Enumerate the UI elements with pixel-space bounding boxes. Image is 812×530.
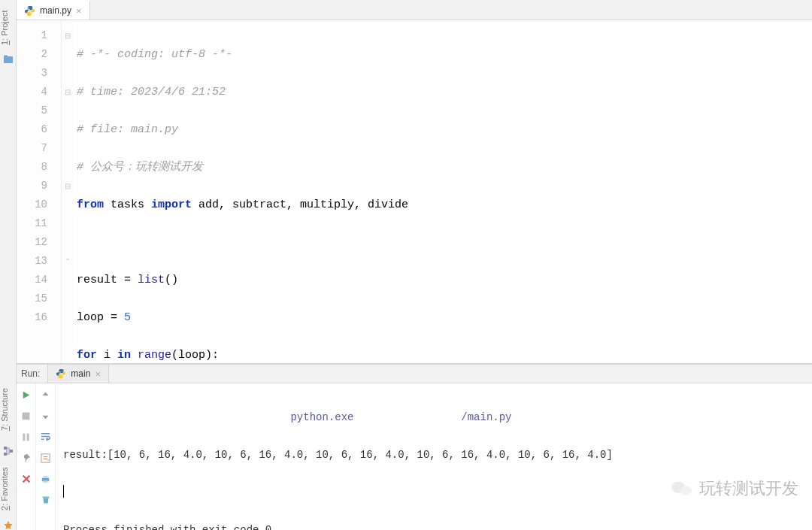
svg-rect-6 bbox=[23, 433, 25, 441]
close-red-icon[interactable] bbox=[20, 472, 33, 486]
scroll-to-end-icon[interactable] bbox=[39, 451, 53, 465]
svg-rect-7 bbox=[27, 433, 29, 441]
line-number-gutter: 1 2 3 4 5 6 7 8 9 10 11 12 13 14 15 16 bbox=[17, 20, 62, 363]
run-toolbar-left bbox=[17, 383, 36, 530]
console-output[interactable]: python.exe /main.py result:[10, 6, 16, 4… bbox=[56, 383, 812, 530]
close-run-tab-icon[interactable]: × bbox=[95, 369, 101, 379]
run-config-name: main bbox=[71, 368, 90, 379]
run-toolwindow-header: Run: main × bbox=[17, 364, 812, 383]
console-cursor bbox=[63, 485, 64, 498]
structure-icon bbox=[3, 446, 14, 456]
code-area[interactable]: # -*- coding: utf-8 -*- # time: 2023/4/6… bbox=[74, 20, 812, 363]
close-tab-icon[interactable]: × bbox=[76, 6, 82, 16]
pause-icon[interactable] bbox=[20, 430, 33, 444]
file-tab-label: main.py bbox=[40, 5, 71, 16]
down-arrow-icon[interactable] bbox=[39, 409, 53, 422]
svg-rect-5 bbox=[23, 412, 30, 419]
fold-marker-icon[interactable]: ⊟ bbox=[62, 83, 74, 101]
toolwindow-project-tab[interactable]: 1: Project bbox=[0, 6, 17, 50]
svg-rect-12 bbox=[42, 497, 49, 498]
file-tab-main-py[interactable]: main.py × bbox=[17, 0, 90, 20]
console-result-line: result:[10, 6, 16, 4.0, 10, 6, 16, 4.0, … bbox=[63, 446, 804, 465]
run-config-tab[interactable]: main × bbox=[48, 365, 109, 383]
svg-rect-1 bbox=[4, 56, 8, 58]
soft-wrap-icon[interactable] bbox=[39, 430, 53, 444]
run-label: Run: bbox=[17, 365, 48, 383]
svg-rect-4 bbox=[10, 450, 13, 453]
project-icon bbox=[3, 54, 14, 65]
up-arrow-icon[interactable] bbox=[39, 388, 53, 401]
stop-icon[interactable] bbox=[20, 409, 33, 422]
fold-end-icon[interactable]: ⌃ bbox=[62, 252, 74, 271]
pin-icon[interactable] bbox=[20, 451, 33, 465]
svg-rect-10 bbox=[44, 475, 48, 477]
console-exit-line: Process finished with exit code 0 bbox=[63, 521, 804, 530]
editor-tabbar: main.py × bbox=[17, 0, 812, 20]
rerun-icon[interactable] bbox=[20, 388, 33, 401]
toolwindow-structure-tab[interactable]: 7: Structure bbox=[0, 380, 17, 439]
fold-gutter: ⊟ ⊟ ⊟ ⌃ bbox=[62, 20, 74, 363]
fold-marker-icon[interactable]: ⊟ bbox=[62, 26, 74, 45]
svg-rect-0 bbox=[4, 56, 13, 63]
run-toolbar-right bbox=[36, 383, 56, 530]
favorites-star-icon bbox=[3, 520, 14, 530]
fold-marker-icon[interactable]: ⊟ bbox=[62, 177, 74, 195]
svg-rect-8 bbox=[41, 453, 50, 462]
trash-icon[interactable] bbox=[39, 493, 53, 507]
python-file-icon bbox=[24, 5, 35, 17]
svg-rect-3 bbox=[4, 453, 7, 456]
code-editor[interactable]: 1 2 3 4 5 6 7 8 9 10 11 12 13 14 15 16 ⊟ bbox=[17, 20, 812, 364]
side-toolbar: 1: Project 7: Structure 2: Favorites bbox=[0, 0, 17, 530]
svg-rect-2 bbox=[4, 447, 7, 450]
svg-rect-11 bbox=[44, 480, 48, 483]
run-toolwindow: python.exe /main.py result:[10, 6, 16, 4… bbox=[17, 383, 812, 530]
python-file-icon bbox=[56, 368, 66, 379]
toolwindow-favorites-tab[interactable]: 2: Favorites bbox=[0, 460, 17, 517]
print-icon[interactable] bbox=[39, 472, 53, 486]
